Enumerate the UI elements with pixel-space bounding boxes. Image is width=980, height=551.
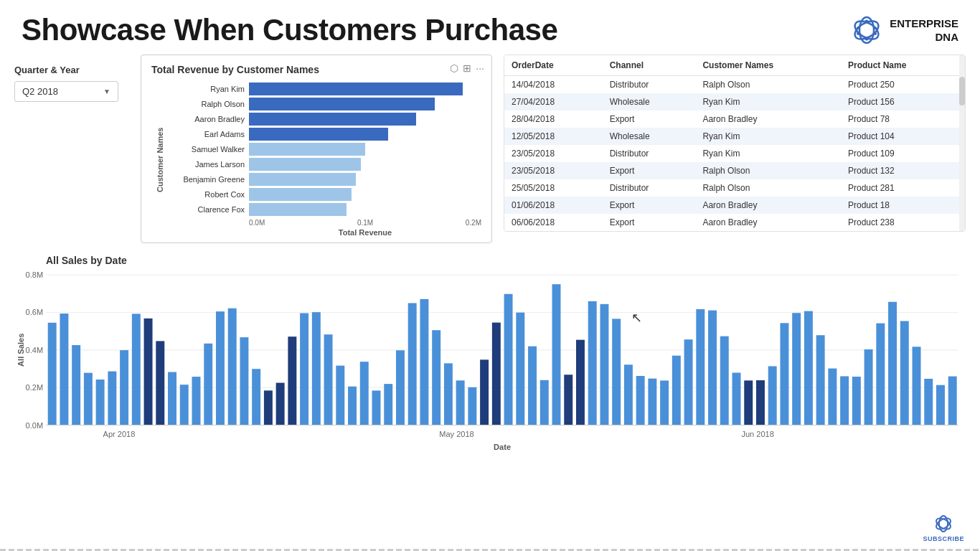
table-row[interactable]: 23/05/2018ExportRalph OlsonProduct 132 xyxy=(504,162,965,179)
filter-icon[interactable]: ⬡ xyxy=(450,62,458,74)
sales-bar[interactable] xyxy=(756,380,765,425)
table-row[interactable]: 12/05/2018WholesaleRyan KimProduct 104 xyxy=(504,128,965,145)
sales-bar[interactable] xyxy=(168,372,176,425)
sales-bar[interactable] xyxy=(936,385,945,425)
sales-bar[interactable] xyxy=(336,366,344,425)
table-row[interactable]: 06/06/2018ExportAaron BradleyProduct 238 xyxy=(504,214,965,231)
sales-bar[interactable] xyxy=(732,372,741,425)
bar-row[interactable]: Samuel Walker xyxy=(166,143,481,156)
sales-bar[interactable] xyxy=(624,364,633,425)
sales-bar[interactable] xyxy=(288,336,296,425)
sales-bar[interactable] xyxy=(396,350,405,425)
sales-bar[interactable] xyxy=(913,347,921,425)
sales-bar[interactable] xyxy=(360,362,369,425)
table-row[interactable]: 14/04/2018DistributorRalph OlsonProduct … xyxy=(504,76,965,94)
subscribe-badge[interactable]: SUBSCRIBE xyxy=(923,514,964,542)
sales-bar[interactable] xyxy=(456,380,465,425)
sales-bar[interactable] xyxy=(312,312,321,425)
sales-bar[interactable] xyxy=(720,336,729,425)
sales-bar[interactable] xyxy=(132,314,141,425)
sales-bar[interactable] xyxy=(576,340,585,425)
sales-bar[interactable] xyxy=(660,380,669,425)
sales-bar[interactable] xyxy=(48,323,57,425)
sales-bar[interactable] xyxy=(492,323,501,425)
sales-bar[interactable] xyxy=(228,309,237,425)
sales-bar[interactable] xyxy=(828,369,837,425)
sales-bar[interactable] xyxy=(204,344,212,425)
sales-bar[interactable] xyxy=(948,377,957,425)
sales-bar[interactable] xyxy=(120,350,128,425)
bar-row[interactable]: Earl Adams xyxy=(166,128,481,141)
sales-bar[interactable] xyxy=(372,390,381,425)
sales-bar[interactable] xyxy=(516,313,524,425)
bar-row[interactable]: Benjamin Greene xyxy=(166,173,481,186)
sales-bar[interactable] xyxy=(504,294,513,425)
bar-row[interactable]: Aaron Bradley xyxy=(166,113,481,126)
sales-bar[interactable] xyxy=(672,356,681,425)
sales-bar[interactable] xyxy=(180,385,189,425)
sales-bar[interactable] xyxy=(804,311,813,425)
sales-bar[interactable] xyxy=(192,377,201,425)
sales-bar[interactable] xyxy=(768,366,777,425)
bar-row[interactable]: James Larson xyxy=(166,158,481,171)
sales-bar[interactable] xyxy=(420,299,428,425)
sales-bar[interactable] xyxy=(888,302,897,425)
sales-bar[interactable] xyxy=(72,345,80,425)
sales-bar[interactable] xyxy=(588,301,597,425)
sales-bar[interactable] xyxy=(528,347,537,425)
sales-bar[interactable] xyxy=(696,309,705,425)
bar-row[interactable]: Robert Cox xyxy=(166,188,481,201)
table-row[interactable]: 28/04/2018ExportAaron BradleyProduct 78 xyxy=(504,110,965,128)
more-options-icon[interactable]: ··· xyxy=(476,62,484,74)
sales-bar[interactable] xyxy=(408,303,417,425)
sales-bar[interactable] xyxy=(564,375,573,425)
bar-row[interactable]: Ryan Kim xyxy=(166,83,481,95)
sales-bar[interactable] xyxy=(612,319,621,425)
sales-bar[interactable] xyxy=(636,376,645,425)
sales-bar[interactable] xyxy=(684,339,693,425)
sales-bar[interactable] xyxy=(468,387,476,425)
bar-row[interactable]: Clarence Fox xyxy=(166,203,481,216)
table-row[interactable]: 01/06/2018ExportAaron BradleyProduct 18 xyxy=(504,197,965,214)
sales-bar[interactable] xyxy=(252,369,260,425)
sales-bar[interactable] xyxy=(864,349,873,425)
sales-bar[interactable] xyxy=(816,335,825,425)
sales-bar[interactable] xyxy=(156,341,164,425)
sales-bar[interactable] xyxy=(780,323,788,425)
sales-bar[interactable] xyxy=(216,311,225,425)
sales-bar[interactable] xyxy=(240,337,248,425)
sales-bar[interactable] xyxy=(432,330,440,425)
table-row[interactable]: 23/05/2018DistributorRyan KimProduct 109 xyxy=(504,145,965,162)
sales-bar[interactable] xyxy=(744,380,753,425)
quarter-year-dropdown[interactable]: Q2 2018 ▼ xyxy=(14,81,118,102)
expand-icon[interactable]: ⊞ xyxy=(463,62,471,74)
sales-bar[interactable] xyxy=(480,359,489,425)
sales-bar[interactable] xyxy=(552,284,561,425)
sales-bar[interactable] xyxy=(96,380,105,425)
sales-bar[interactable] xyxy=(108,372,116,425)
table-row[interactable]: 27/04/2018WholesaleRyan KimProduct 156 xyxy=(504,93,965,110)
sales-bar[interactable] xyxy=(264,390,273,425)
sales-bar[interactable] xyxy=(444,363,453,425)
sales-bar[interactable] xyxy=(300,314,308,425)
sales-bar[interactable] xyxy=(348,387,357,425)
sales-bar[interactable] xyxy=(540,380,549,425)
sales-bar[interactable] xyxy=(708,311,717,425)
sales-bar[interactable] xyxy=(876,324,885,425)
sales-bar[interactable] xyxy=(60,314,68,425)
sales-bar[interactable] xyxy=(648,379,656,425)
bar-row[interactable]: Ralph Olson xyxy=(166,98,481,110)
sales-bar[interactable] xyxy=(144,319,153,425)
table-row[interactable]: 25/05/2018DistributorRalph OlsonProduct … xyxy=(504,179,965,197)
scrollbar[interactable] xyxy=(959,55,965,231)
scrollbar-thumb[interactable] xyxy=(959,77,965,105)
sales-bar[interactable] xyxy=(792,313,801,425)
sales-bar[interactable] xyxy=(384,384,392,425)
sales-bar[interactable] xyxy=(324,334,333,425)
sales-bar[interactable] xyxy=(840,376,849,425)
sales-bar[interactable] xyxy=(276,383,285,425)
sales-bar[interactable] xyxy=(852,377,861,425)
sales-bar[interactable] xyxy=(900,321,909,425)
sales-bar[interactable] xyxy=(84,373,93,425)
sales-bar[interactable] xyxy=(600,304,608,425)
